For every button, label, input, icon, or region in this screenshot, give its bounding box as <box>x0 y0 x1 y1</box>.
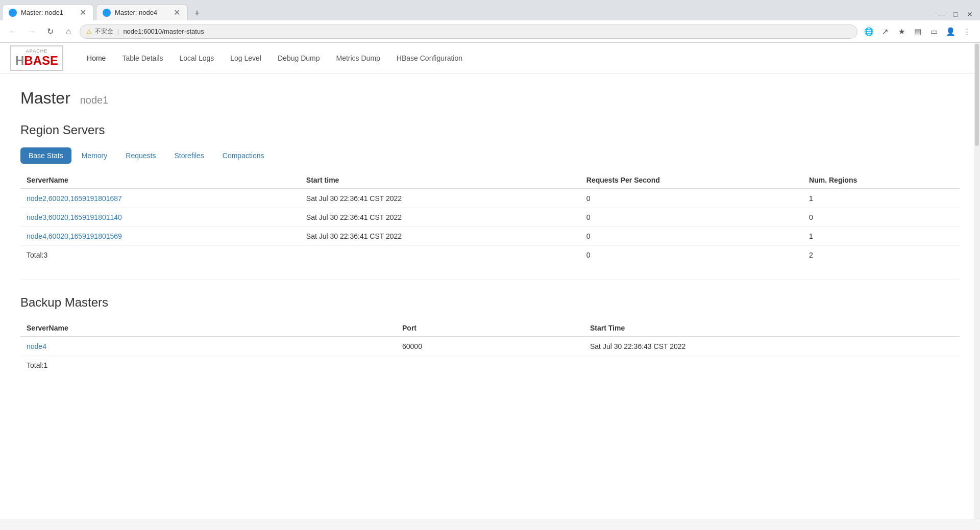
region-tab-buttons: Base Stats Memory Requests Storefiles Co… <box>20 147 960 164</box>
row3-server-link[interactable]: node4,60020,1659191801569 <box>27 232 122 240</box>
bottom-bar <box>0 519 980 530</box>
tab-bar: 🌐 Master: node1 ✕ 🌐 Master: node4 ✕ + — … <box>0 0 980 20</box>
region-table-body: node2,60020,1659191801687 Sat Jul 30 22:… <box>20 189 960 264</box>
row3-regions: 1 <box>803 227 960 246</box>
security-icon: ⚠ <box>86 28 92 35</box>
page-subtitle: node1 <box>80 94 109 106</box>
backup-row1-port: 60000 <box>396 337 584 356</box>
sidebar-button[interactable]: ▭ <box>927 24 941 39</box>
tab2-favicon: 🌐 <box>103 9 111 17</box>
logo-hbase: HBASE <box>15 54 58 68</box>
backup-col-server: ServerName <box>20 320 396 337</box>
nav-debug-dump[interactable]: Debug Dump <box>270 50 328 66</box>
nav-log-level[interactable]: Log Level <box>222 50 270 66</box>
table-row: node4,60020,1659191801569 Sat Jul 30 22:… <box>20 227 960 246</box>
backup-masters-title: Backup Masters <box>20 295 960 310</box>
tab2-title: Master: node4 <box>115 9 157 16</box>
backup-row1-server-link[interactable]: node4 <box>27 342 46 350</box>
section-divider <box>20 280 960 280</box>
backup-masters-table: ServerName Port Start Time node4 60000 S… <box>20 320 960 374</box>
region-servers-table: ServerName Start time Requests Per Secon… <box>20 172 960 264</box>
reload-button[interactable]: ↻ <box>43 24 57 39</box>
row2-server: node3,60020,1659191801140 <box>20 208 300 227</box>
total-regions: 2 <box>803 246 960 265</box>
address-actions: 🌐 ↗ ★ ▤ ▭ 👤 ⋮ <box>862 24 974 39</box>
minimize-button[interactable]: — <box>935 8 947 20</box>
address-separator: | <box>117 28 119 35</box>
address-bar: ← → ↻ ⌂ ⚠ 不安全 | node1:60010/master-statu… <box>0 20 980 43</box>
browser-chrome: 🌐 Master: node1 ✕ 🌐 Master: node4 ✕ + — … <box>0 0 980 43</box>
backup-total-port <box>396 356 584 375</box>
page-content: APACHE HBASE Home Table Details Local Lo… <box>0 43 980 530</box>
backup-table-total-row: Total:1 <box>20 356 960 375</box>
tab-base-stats[interactable]: Base Stats <box>20 147 71 164</box>
menu-button[interactable]: ⋮ <box>960 24 974 39</box>
extensions-button[interactable]: ▤ <box>911 24 925 39</box>
tab-requests[interactable]: Requests <box>117 147 164 164</box>
tab-memory[interactable]: Memory <box>74 147 116 164</box>
new-tab-button[interactable]: + <box>190 6 204 20</box>
row3-rps: 0 <box>580 227 803 246</box>
logo: APACHE HBASE <box>10 45 63 71</box>
tab2-close-button[interactable]: ✕ <box>173 8 181 18</box>
row1-server: node2,60020,1659191801687 <box>20 189 300 208</box>
browser-tab-2[interactable]: 🌐 Master: node4 ✕ <box>96 4 188 20</box>
nav-local-logs[interactable]: Local Logs <box>172 50 223 66</box>
total-label: Total:3 <box>20 246 300 265</box>
row3-start-time: Sat Jul 30 22:36:41 CST 2022 <box>300 227 580 246</box>
share-button[interactable]: ↗ <box>878 24 892 39</box>
address-text: node1:60010/master-status <box>123 28 204 35</box>
row2-server-link[interactable]: node3,60020,1659191801140 <box>27 213 122 221</box>
table-row: node2,60020,1659191801687 Sat Jul 30 22:… <box>20 189 960 208</box>
url-input[interactable]: ⚠ 不安全 | node1:60010/master-status <box>80 24 857 39</box>
backup-total-label: Total:1 <box>20 356 396 375</box>
profile-button[interactable]: 👤 <box>943 24 958 39</box>
restore-button[interactable]: □ <box>949 8 962 20</box>
scrollbar-thumb[interactable] <box>975 44 979 146</box>
table-row: node4 60000 Sat Jul 30 22:36:43 CST 2022 <box>20 337 960 356</box>
col-num-regions: Num. Regions <box>803 172 960 189</box>
row2-regions: 0 <box>803 208 960 227</box>
nav-metrics-dump[interactable]: Metrics Dump <box>328 50 388 66</box>
tab-compactions[interactable]: Compactions <box>214 147 273 164</box>
backup-total-time <box>584 356 960 375</box>
main-content: Master node1 Region Servers Base Stats M… <box>0 73 980 405</box>
backup-table-body: node4 60000 Sat Jul 30 22:36:43 CST 2022… <box>20 337 960 374</box>
region-table-header: ServerName Start time Requests Per Secon… <box>20 172 960 189</box>
tab1-close-button[interactable]: ✕ <box>79 8 87 18</box>
nav-bar: APACHE HBASE Home Table Details Local Lo… <box>0 43 980 73</box>
nav-links: Home Table Details Local Logs Log Level … <box>79 50 471 66</box>
row1-server-link[interactable]: node2,60020,1659191801687 <box>27 194 122 203</box>
forward-button[interactable]: → <box>24 24 39 39</box>
total-empty <box>300 246 580 265</box>
col-rps: Requests Per Second <box>580 172 803 189</box>
nav-table-details[interactable]: Table Details <box>114 50 171 66</box>
backup-table-header: ServerName Port Start Time <box>20 320 960 337</box>
row1-start-time: Sat Jul 30 22:36:41 CST 2022 <box>300 189 580 208</box>
logo-apache: APACHE <box>26 48 47 54</box>
translate-button[interactable]: 🌐 <box>862 24 876 39</box>
tab1-title: Master: node1 <box>21 9 63 16</box>
browser-tab-1[interactable]: 🌐 Master: node1 ✕ <box>2 4 94 20</box>
tab-storefiles[interactable]: Storefiles <box>166 147 212 164</box>
backup-row1-start-time: Sat Jul 30 22:36:43 CST 2022 <box>584 337 960 356</box>
col-start-time: Start time <box>300 172 580 189</box>
close-window-button[interactable]: ✕ <box>964 8 976 20</box>
row1-regions: 1 <box>803 189 960 208</box>
row3-server: node4,60020,1659191801569 <box>20 227 300 246</box>
backup-col-start-time: Start Time <box>584 320 960 337</box>
scrollbar[interactable] <box>974 43 980 530</box>
backup-row1-server: node4 <box>20 337 396 356</box>
row2-start-time: Sat Jul 30 22:36:41 CST 2022 <box>300 208 580 227</box>
bookmark-button[interactable]: ★ <box>894 24 909 39</box>
back-button[interactable]: ← <box>6 24 20 39</box>
row2-rps: 0 <box>580 208 803 227</box>
tab1-favicon: 🌐 <box>9 9 17 17</box>
logo-h-letter: H <box>15 54 24 67</box>
row1-rps: 0 <box>580 189 803 208</box>
table-row: node3,60020,1659191801140 Sat Jul 30 22:… <box>20 208 960 227</box>
nav-hbase-configuration[interactable]: HBase Configuration <box>388 50 471 66</box>
region-servers-title: Region Servers <box>20 123 960 137</box>
nav-home[interactable]: Home <box>79 50 114 66</box>
home-button[interactable]: ⌂ <box>61 24 76 39</box>
